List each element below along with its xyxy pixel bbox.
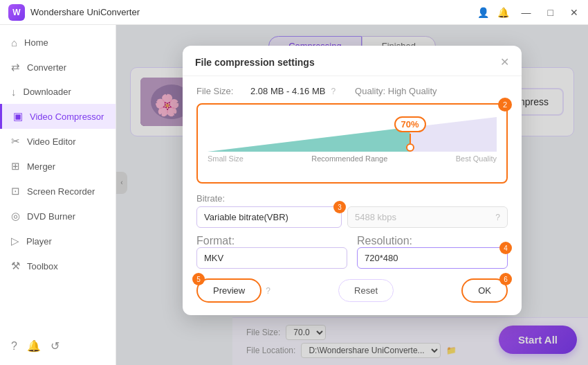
maximize-button[interactable]: □ [544,6,558,19]
file-size-label: File Size: [196,86,245,96]
modal-close-button[interactable]: ✕ [500,55,509,69]
sidebar-label-converter: Converter [27,62,66,73]
screen-recorder-icon: ⊡ [11,185,20,197]
ok-btn-wrapper: 6 OK [461,278,508,303]
notification-icon[interactable]: 🔔 [497,7,509,18]
file-size-info-icon[interactable]: ? [331,87,336,96]
quality-label: Quality: High Quality [355,86,437,96]
marker-line [410,134,411,143]
player-icon: ▷ [11,235,19,247]
resolution-label: Resolution: [357,235,508,247]
bitrate-value: 5488 kbps [355,212,396,222]
label-small-size: Small Size [208,154,244,163]
sidebar-label-video-compressor: Video Compressor [30,112,104,122]
sidebar-item-merger[interactable]: ⊞ Merger [0,154,116,179]
bitrate-select-wrapper: 3 Variable bitrate(VBR) Constant bitrate… [196,206,342,228]
app-layout: ⌂ Home ⇄ Converter ↓ Downloader ▣ Video … [0,25,588,365]
sidebar-item-dvd-burner[interactable]: ◎ DVD Burner [0,204,116,229]
home-icon: ⌂ [11,37,17,48]
preview-info-icon[interactable]: ? [266,286,270,296]
merger-icon: ⊞ [11,160,20,172]
resolution-select-wrapper: 4 720*480 1280*720 1920*1080 [357,247,508,269]
resolution-badge: 4 [499,242,512,254]
slider-track: 70% [208,110,497,152]
modal-header: File compression settings ✕ [183,46,522,76]
reset-button[interactable]: Reset [338,279,394,302]
sidebar-label-merger: Merger [27,161,55,172]
format-label: Format: [196,235,347,247]
sidebar-label-toolbox: Toolbox [27,261,58,271]
resolution-select[interactable]: 720*480 1280*720 1920*1080 [357,247,508,269]
file-size-row: File Size: 2.08 MB - 4.16 MB ? Quality: … [196,86,508,96]
preview-btn-wrapper: 5 Preview [196,278,261,303]
bitrate-badge: 3 [333,201,346,213]
label-recommended: Recommended Range [311,154,387,163]
compression-settings-modal: File compression settings ✕ File Size: 2… [183,46,522,315]
slider-triangle [208,117,497,152]
sidebar-item-home[interactable]: ⌂ Home [0,30,116,55]
slider-step-badge: 2 [498,98,512,112]
sidebar-label-downloader: Downloader [24,87,71,97]
sidebar-label-player: Player [26,236,52,247]
format-resolution-row: Format: MKV MP4 AVI MOV [196,235,508,269]
bitrate-format-row: Bitrate: 3 Variable bitrate(VBR) Constan… [196,193,508,228]
app-logo: W [8,4,25,21]
help-icon[interactable]: ? [11,340,17,353]
format-select[interactable]: MKV MP4 AVI MOV [196,247,347,269]
close-button[interactable]: ✕ [566,6,582,19]
bitrate-select[interactable]: Variable bitrate(VBR) Constant bitrate(C… [196,206,342,228]
sidebar-item-downloader[interactable]: ↓ Downloader [0,80,116,104]
bitrate-display: 5488 kbps ? [347,206,508,228]
window-controls: 👤 🔔 — □ ✕ [477,0,582,24]
sidebar-label-home: Home [24,37,48,48]
bitrate-label: Bitrate: [196,193,508,204]
sidebar-label-dvd-burner: DVD Burner [27,211,75,222]
format-select-wrapper: MKV MP4 AVI MOV [196,247,347,269]
video-compressor-icon: ▣ [13,110,23,123]
quality-slider-container[interactable]: 2 [196,103,508,184]
modal-body: File Size: 2.08 MB - 4.16 MB ? Quality: … [183,76,522,315]
sidebar-label-video-editor: Video Editor [27,136,76,147]
alert-icon[interactable]: 🔔 [27,339,41,353]
slider-svg [208,117,497,152]
main-inner: Compressing Finished Flowers - 66823 ✎ [116,25,588,365]
sidebar-label-screen-recorder: Screen Recorder [27,186,95,197]
sidebar-item-converter[interactable]: ⇄ Converter [0,55,116,80]
titlebar: W Wondershare UniConverter 👤 🔔 — □ ✕ [0,0,588,25]
user-icon[interactable]: 👤 [477,7,489,18]
slider-labels: Small Size Recommended Range Best Qualit… [208,154,497,163]
label-best-quality: Best Quality [456,154,497,163]
modal-overlay: File compression settings ✕ File Size: 2… [116,25,588,365]
main-content: Compressing Finished Flowers - 66823 ✎ [116,25,588,365]
resolution-group: Resolution: 4 720*480 1280*720 1920*1080 [357,235,508,269]
file-size-value: 2.08 MB - 4.16 MB [250,86,325,96]
sidebar-item-video-compressor[interactable]: ▣ Video Compressor [0,104,116,129]
bitrate-info-icon[interactable]: ? [495,213,500,222]
toolbox-icon: ⚒ [11,260,20,272]
preview-badge: 5 [192,273,205,285]
bitrate-group: Bitrate: 3 Variable bitrate(VBR) Constan… [196,193,508,228]
format-group: Format: MKV MP4 AVI MOV [196,235,347,269]
preview-area: 5 Preview ? [196,278,270,303]
slider-percent-marker[interactable]: 70% [394,116,426,152]
ok-badge: 6 [499,273,512,285]
bitrate-controls: 3 Variable bitrate(VBR) Constant bitrate… [196,206,508,228]
minimize-button[interactable]: — [517,6,535,19]
dvd-burner-icon: ◎ [11,210,20,222]
sidebar-item-video-editor[interactable]: ✂ Video Editor [0,129,116,154]
preview-button[interactable]: Preview [196,278,261,303]
downloader-icon: ↓ [11,86,17,98]
app-title: Wondershare UniConverter [30,7,140,17]
sidebar-item-screen-recorder[interactable]: ⊡ Screen Recorder [0,179,116,204]
modal-action-row: 5 Preview ? Reset 6 OK [196,278,508,303]
modal-title: File compression settings [195,57,315,68]
sidebar-item-player[interactable]: ▷ Player [0,229,116,253]
svg-marker-1 [208,127,410,152]
sidebar-footer: ? 🔔 ↺ [0,332,116,359]
marker-dot [406,143,414,152]
percent-badge: 70% [394,116,426,132]
sidebar-item-toolbox[interactable]: ⚒ Toolbox [0,253,116,278]
refresh-icon[interactable]: ↺ [50,339,59,353]
video-editor-icon: ✂ [11,135,20,148]
sidebar: ⌂ Home ⇄ Converter ↓ Downloader ▣ Video … [0,25,116,365]
